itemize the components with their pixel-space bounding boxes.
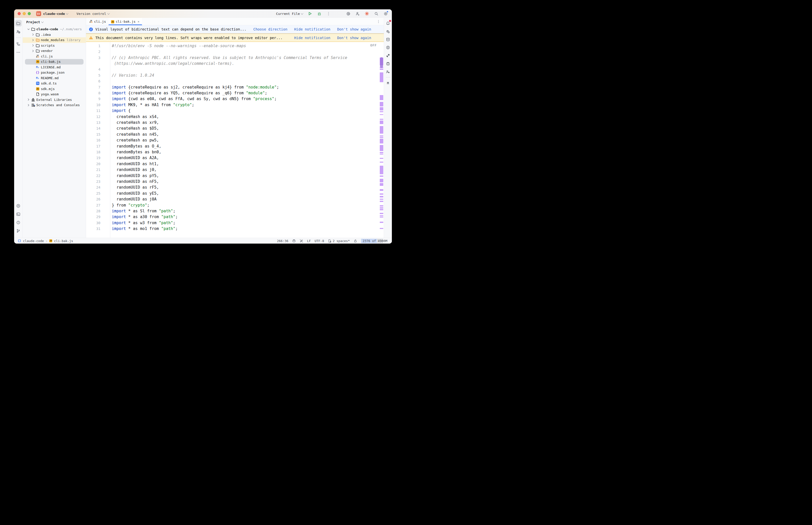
code-token: randomUUID as pY5, bbox=[112, 174, 159, 178]
problems-icon[interactable] bbox=[15, 219, 22, 226]
users-help-icon[interactable] bbox=[15, 28, 22, 35]
line-number: 6 bbox=[86, 79, 100, 83]
tree-item--idea[interactable]: .idea bbox=[23, 32, 86, 38]
robot-face-icon[interactable] bbox=[292, 239, 296, 243]
run-config-label: Current File bbox=[276, 12, 300, 16]
chevron-right-icon[interactable] bbox=[26, 98, 31, 101]
minimize-window-button[interactable] bbox=[23, 12, 26, 15]
tab-cli-js[interactable]: 100JScli.js bbox=[87, 18, 108, 25]
window-controls bbox=[18, 12, 31, 15]
database-icon[interactable] bbox=[385, 36, 392, 43]
chevron-right-icon[interactable] bbox=[31, 33, 35, 36]
structure-icon[interactable] bbox=[15, 41, 22, 47]
tree-item-license-md[interactable]: M↓LICENSE.md bbox=[23, 64, 86, 70]
line-ending-widget[interactable]: LF bbox=[307, 239, 311, 243]
ai-assistant-icon[interactable] bbox=[364, 11, 370, 16]
tree-item-label: package.json bbox=[41, 71, 64, 74]
inspection-highlighting-widget[interactable]: OFF bbox=[370, 43, 377, 47]
tree-item-yoga-wasm[interactable]: yoga.wasm bbox=[23, 92, 86, 97]
tree-item-scripts[interactable]: scripts bbox=[23, 43, 86, 48]
project-panel-header[interactable]: Project bbox=[23, 18, 86, 26]
tree-item-readme-md[interactable]: M↓README.md bbox=[23, 75, 86, 81]
x-circle-icon[interactable] bbox=[385, 44, 392, 51]
chevron-down-icon bbox=[66, 12, 69, 15]
ai-chat-icon[interactable] bbox=[385, 28, 392, 34]
close-window-button[interactable] bbox=[18, 12, 21, 15]
vcs-menu[interactable]: Version control bbox=[76, 12, 109, 16]
tree-item-vendor[interactable]: vendor bbox=[23, 48, 86, 54]
code-line-17: 17 randomBytes as O_4, bbox=[86, 143, 384, 149]
tree-item-external-libraries[interactable]: External Libraries bbox=[23, 97, 86, 103]
project-menu[interactable]: claude-code bbox=[43, 12, 65, 16]
notifications-bell-icon[interactable] bbox=[385, 20, 392, 27]
changed-lines-mark bbox=[380, 215, 383, 216]
m-plugin-icon[interactable]: M bbox=[385, 80, 392, 86]
js-file-icon: JS bbox=[111, 19, 114, 24]
run-configuration-selector[interactable]: Current File bbox=[276, 12, 303, 16]
tree-item-claude-code[interactable]: claude-code~/.nvm/vers bbox=[23, 27, 86, 32]
tree-item-label: LICENSE.md bbox=[41, 65, 61, 69]
js-minified-file-icon: 100JS bbox=[35, 55, 40, 58]
code-token: "module" bbox=[246, 91, 265, 95]
tree-item-sdk-d-ts[interactable]: TSsdk.d.ts bbox=[23, 81, 86, 86]
changed-lines-mark bbox=[380, 199, 383, 200]
encoding-widget[interactable]: UTF-8 bbox=[315, 239, 324, 243]
add-user-icon[interactable] bbox=[355, 11, 360, 16]
tree-item-cli-js[interactable]: 100JScli.js bbox=[23, 54, 86, 59]
tree-item-cli-bak-js[interactable]: JScli-bak.js bbox=[23, 59, 86, 64]
settings-gear-icon[interactable] bbox=[383, 11, 388, 16]
writable-lock-icon[interactable] bbox=[354, 239, 357, 243]
code-line-1: 1#!/usr/bin/env -S node --no-warnings --… bbox=[86, 43, 384, 49]
debug-icon[interactable] bbox=[316, 11, 322, 16]
tree-item-scratches-and-consoles[interactable]: Scratches and Consoles bbox=[23, 102, 86, 108]
highlighting-off-icon[interactable] bbox=[299, 239, 303, 243]
scrollbar-thumb[interactable] bbox=[380, 57, 383, 68]
zoom-window-button[interactable] bbox=[28, 12, 31, 15]
code-editor[interactable]: OFF 1#!/usr/bin/env -S node --no-warning… bbox=[86, 42, 384, 238]
breadcrumb-file[interactable]: cli-bak.js bbox=[54, 239, 73, 243]
changed-lines-mark bbox=[380, 126, 383, 134]
choose-direction-link[interactable]: Choose direction bbox=[253, 27, 287, 31]
tree-item-sdk-mjs[interactable]: JSsdk.mjs bbox=[23, 86, 86, 92]
services-icon[interactable] bbox=[15, 202, 22, 209]
indent-label: 2 spaces* bbox=[333, 239, 350, 243]
chevron-right-icon[interactable] bbox=[31, 49, 35, 53]
tree-item-node-modules[interactable]: node_moduleslibrary bbox=[23, 37, 86, 43]
hide-notification-link[interactable]: Hide notification bbox=[294, 27, 330, 31]
mentions-icon[interactable] bbox=[345, 11, 351, 16]
robot-face-icon[interactable] bbox=[385, 60, 392, 67]
users-chat-icon[interactable] bbox=[385, 68, 392, 75]
memory-indicator[interactable]: 2376 of 4900M bbox=[361, 239, 389, 243]
changed-lines-mark bbox=[380, 217, 383, 217]
code-token: import bbox=[112, 226, 126, 231]
search-everywhere-icon[interactable] bbox=[373, 11, 379, 16]
breadcrumb-project[interactable]: claude-code bbox=[23, 239, 44, 243]
indent-widget[interactable]: 2 spaces* bbox=[328, 239, 350, 243]
code-token: ; bbox=[277, 85, 279, 90]
git-branch-icon[interactable] bbox=[15, 227, 22, 234]
hide-notification-link[interactable]: Hide notification bbox=[294, 36, 330, 40]
tree-item-package-json[interactable]: {}package.json bbox=[23, 70, 86, 75]
tab-options-icon[interactable]: ⋮ bbox=[377, 19, 380, 24]
chevron-down-icon bbox=[41, 20, 44, 23]
line-number: 16 bbox=[86, 138, 100, 142]
dont-show-again-link[interactable]: Don't show again bbox=[337, 36, 371, 40]
chevron-right-icon[interactable] bbox=[31, 44, 35, 47]
run-icon[interactable] bbox=[307, 11, 313, 16]
line-number: 21 bbox=[86, 168, 100, 172]
project-folder-icon[interactable] bbox=[15, 20, 22, 27]
chevron-right-icon[interactable] bbox=[31, 38, 35, 42]
chevron-down-icon[interactable] bbox=[26, 28, 31, 31]
line-number: 14 bbox=[86, 126, 100, 130]
dont-show-again-link[interactable]: Don't show again bbox=[337, 27, 371, 31]
more-horizontal-icon[interactable] bbox=[15, 49, 22, 56]
more-options-icon[interactable]: ⋮ bbox=[326, 11, 331, 16]
terminal-icon[interactable] bbox=[15, 211, 22, 217]
caret-position-widget[interactable]: 266:36 bbox=[277, 239, 289, 243]
code-line-30: 30import * as w3 from "path"; bbox=[86, 220, 384, 226]
plugin-icon[interactable] bbox=[385, 52, 392, 59]
chevron-right-icon[interactable] bbox=[26, 103, 31, 107]
folder-icon bbox=[35, 49, 40, 53]
tab-cli-bak-js[interactable]: JScli-bak.js× bbox=[108, 18, 142, 25]
close-tab-icon[interactable]: × bbox=[137, 20, 139, 24]
